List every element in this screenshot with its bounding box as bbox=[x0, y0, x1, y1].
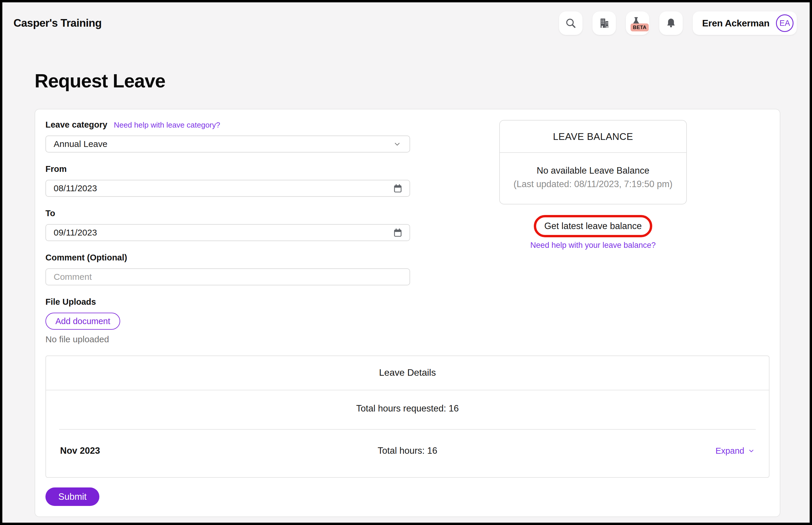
search-button[interactable] bbox=[559, 12, 582, 35]
leave-balance-panel: LEAVE BALANCE No available Leave Balance… bbox=[499, 120, 687, 250]
to-date-input[interactable] bbox=[45, 224, 410, 241]
app-title: Casper's Training bbox=[14, 17, 102, 29]
form-columns: Leave category Need help with leave cate… bbox=[45, 120, 769, 344]
leave-balance-last-updated: (Last updated: 08/11/2023, 7:19:50 pm) bbox=[504, 178, 682, 191]
leave-balance-help-link[interactable]: Need help with your leave balance? bbox=[499, 241, 687, 250]
beta-features-button[interactable]: BETA bbox=[626, 12, 649, 35]
calendar-icon[interactable] bbox=[393, 183, 403, 194]
user-menu[interactable]: Eren Ackerman EA bbox=[693, 12, 797, 35]
from-date-field bbox=[45, 180, 410, 197]
total-hours-requested: Total hours requested: 16 bbox=[46, 390, 769, 429]
row-total-hours: Total hours: 16 bbox=[46, 446, 769, 456]
chevron-down-icon bbox=[748, 447, 755, 454]
topbar-actions: BETA Eren Ackerman EA bbox=[559, 12, 797, 35]
red-circle-annotation: Get latest leave balance bbox=[534, 215, 653, 237]
to-date-field bbox=[45, 224, 410, 241]
leave-form: Leave category Need help with leave cate… bbox=[45, 120, 410, 344]
leave-balance-title: LEAVE BALANCE bbox=[500, 121, 686, 153]
comment-input[interactable] bbox=[45, 268, 410, 285]
comment-field bbox=[45, 268, 410, 285]
request-leave-card: Leave category Need help with leave cate… bbox=[35, 109, 780, 517]
bell-icon bbox=[665, 17, 677, 29]
comment-label: Comment (Optional) bbox=[45, 253, 410, 262]
user-name: Eren Ackerman bbox=[702, 18, 769, 29]
calendar-icon[interactable] bbox=[393, 227, 403, 238]
leave-balance-status: No available Leave Balance bbox=[504, 164, 682, 178]
from-date-input[interactable] bbox=[45, 180, 410, 197]
search-icon bbox=[565, 17, 577, 29]
leave-category-label: Leave category bbox=[45, 120, 107, 130]
file-uploads-label: File Uploads bbox=[45, 297, 410, 307]
leave-category-help-link[interactable]: Need help with leave category? bbox=[114, 121, 220, 130]
leave-category-value: Annual Leave bbox=[53, 139, 108, 149]
chevron-down-icon bbox=[393, 140, 401, 148]
no-file-uploaded-text: No file uploaded bbox=[45, 334, 410, 344]
submit-button[interactable]: Submit bbox=[45, 487, 99, 506]
add-document-button[interactable]: Add document bbox=[45, 313, 120, 330]
notifications-button[interactable] bbox=[659, 12, 683, 35]
topbar: Casper's Training bbox=[2, 2, 810, 35]
leave-balance-card: LEAVE BALANCE No available Leave Balance… bbox=[499, 120, 687, 205]
leave-category-select[interactable]: Annual Leave bbox=[45, 135, 410, 152]
expand-button[interactable]: Expand bbox=[716, 446, 755, 456]
company-button[interactable] bbox=[593, 12, 616, 35]
leave-details-title: Leave Details bbox=[46, 356, 769, 390]
leave-category-label-row: Leave category Need help with leave cate… bbox=[45, 120, 410, 130]
leave-balance-body: No available Leave Balance (Last updated… bbox=[500, 153, 686, 204]
annotation-wrap: Get latest leave balance bbox=[499, 215, 687, 237]
expand-label: Expand bbox=[716, 446, 744, 456]
from-label: From bbox=[45, 164, 410, 174]
leave-details-table: Leave Details Total hours requested: 16 … bbox=[45, 356, 769, 478]
page-title: Request Leave bbox=[35, 70, 810, 92]
to-label: To bbox=[45, 209, 410, 218]
beta-badge: BETA bbox=[630, 24, 649, 31]
building-icon bbox=[598, 17, 610, 29]
get-latest-leave-balance-button[interactable]: Get latest leave balance bbox=[538, 219, 648, 234]
table-row: Nov 2023 Total hours: 16 Expand bbox=[46, 430, 769, 477]
avatar: EA bbox=[776, 14, 794, 32]
